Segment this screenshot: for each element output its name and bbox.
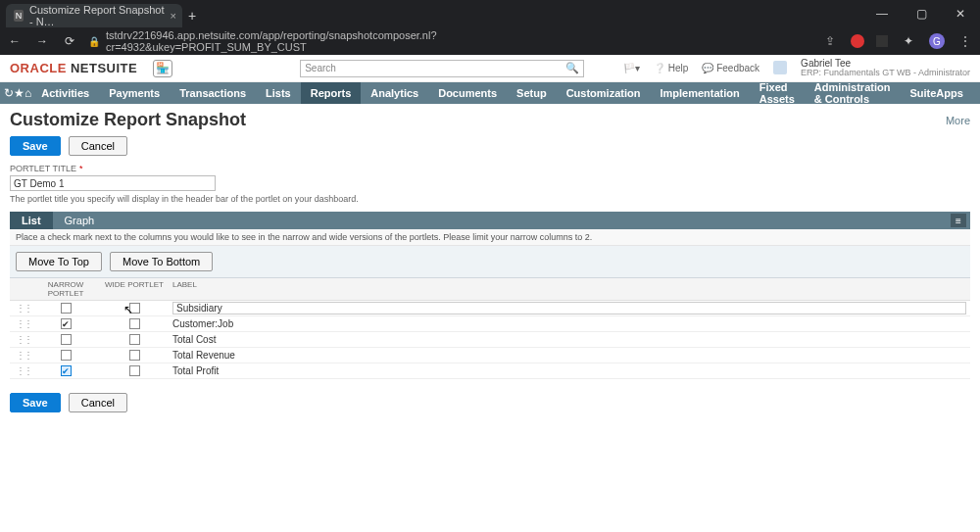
help-link[interactable]: ❔ Help [654, 63, 688, 73]
share-icon[interactable]: ⇪ [821, 32, 839, 50]
more-link[interactable]: More [946, 115, 970, 126]
back-button[interactable]: ← [6, 32, 24, 50]
star-icon[interactable]: ★ [14, 82, 24, 104]
oracle-netsuite-logo: ORACLE NETSUITE [10, 61, 137, 75]
drag-handle-icon[interactable]: ⋮⋮ [16, 318, 31, 329]
reload-button[interactable]: ⟳ [61, 32, 78, 50]
cancel-button-bottom[interactable]: Cancel [69, 393, 127, 412]
col-head-narrow: NARROW PORTLET [31, 280, 100, 298]
drag-handle-icon[interactable]: ⋮⋮ [16, 303, 31, 314]
window-close[interactable]: ✕ [941, 0, 980, 27]
nav-item-lists[interactable]: Lists [256, 82, 301, 104]
app-header: ORACLE NETSUITE 🏪 Search 🔍 🏳️▾ ❔ Help 💬 … [0, 55, 980, 82]
portlet-title-help: The portlet title you specify will displ… [10, 194, 970, 204]
nav-item-setup[interactable]: Setup [507, 82, 557, 104]
narrow-checkbox[interactable] [61, 365, 72, 376]
window-controls: — ▢ ✕ [862, 0, 980, 27]
url-text: tstdrv2216946.app.netsuite.com/app/repor… [106, 29, 500, 53]
table-row[interactable]: ⋮⋮Subsidiary [10, 301, 970, 316]
nav-item-fixed-assets[interactable]: Fixed Assets [750, 82, 805, 104]
oracle-word: ORACLE [10, 61, 67, 75]
nav-item-support[interactable]: Support [973, 82, 980, 104]
nav-item-customization[interactable]: Customization [557, 82, 651, 104]
save-button[interactable]: Save [10, 136, 61, 156]
window-minimize[interactable]: — [862, 0, 902, 27]
portlet-title-label: PORTLET TITLE* [10, 164, 970, 173]
narrow-checkbox[interactable] [61, 303, 72, 314]
narrow-checkbox[interactable] [61, 334, 72, 345]
tab-list[interactable]: List [10, 212, 53, 229]
avatar-icon[interactable]: G [929, 33, 945, 49]
drag-handle-icon[interactable]: ⋮⋮ [16, 350, 31, 361]
table-row[interactable]: ⋮⋮Total Cost [10, 332, 970, 348]
table-row[interactable]: ⋮⋮Total Revenue [10, 348, 970, 363]
table-row[interactable]: ⋮⋮Customer:Job [10, 316, 970, 332]
page-title: Customize Report Snapshot [10, 110, 246, 130]
row-label: Total Profit [169, 365, 970, 376]
drag-handle-icon[interactable]: ⋮⋮ [16, 334, 31, 345]
save-button-bottom[interactable]: Save [10, 393, 61, 412]
move-to-top-button[interactable]: Move To Top [16, 252, 102, 271]
tab-title: Customize Report Snapshot - N… [29, 4, 165, 27]
narrow-checkbox[interactable] [61, 318, 72, 329]
forward-button[interactable]: → [33, 32, 51, 50]
address-bar[interactable]: 🔒 tstdrv2216946.app.netsuite.com/app/rep… [88, 29, 500, 53]
table-row[interactable]: ⋮⋮Total Profit [10, 363, 970, 379]
nav-item-analytics[interactable]: Analytics [361, 82, 428, 104]
nav-item-implementation[interactable]: Implementation [650, 82, 749, 104]
ext-icon-1[interactable] [851, 34, 864, 48]
feedback-link[interactable]: 💬 Feedback [702, 63, 760, 73]
home-icon[interactable]: ⌂ [24, 82, 31, 104]
wide-checkbox[interactable] [129, 365, 140, 376]
role-switcher-icon[interactable]: 🏪 [153, 60, 172, 77]
browser-tab-active[interactable]: N Customize Report Snapshot - N… × [6, 4, 182, 27]
nav-item-transactions[interactable]: Transactions [170, 82, 256, 104]
nav-item-suiteapps[interactable]: SuiteApps [900, 82, 972, 104]
user-role-block[interactable]: Gabriel Tee ERP: Fundamentals GT WB - Ad… [801, 58, 970, 78]
drag-handle-icon[interactable]: ⋮⋮ [16, 365, 31, 376]
nav-item-payments[interactable]: Payments [99, 82, 170, 104]
tab-graph[interactable]: Graph [53, 212, 107, 229]
tab-favicon: N [14, 10, 24, 22]
portlet-title-input[interactable] [10, 175, 216, 191]
window-maximize[interactable]: ▢ [902, 0, 941, 27]
tab-close-icon[interactable]: × [171, 10, 176, 22]
subsidiary-picker-icon[interactable]: 🏳️▾ [623, 63, 640, 73]
chrome-menu-icon[interactable]: ⋮ [956, 32, 974, 50]
col-head-label: LABEL [169, 280, 970, 298]
browser-chrome: N Customize Report Snapshot - N… × + — ▢… [0, 0, 980, 55]
tab-menu-icon[interactable]: ≡ [951, 214, 966, 227]
row-label: Total Revenue [169, 350, 970, 361]
narrow-checkbox[interactable] [61, 350, 72, 361]
global-search[interactable]: Search 🔍 [300, 60, 584, 77]
user-role: ERP: Fundamentals GT WB - Administrator [801, 69, 970, 78]
wide-checkbox[interactable] [129, 318, 140, 329]
col-head-wide: WIDE PORTLET [100, 280, 169, 298]
nav-item-documents[interactable]: Documents [428, 82, 507, 104]
wide-checkbox[interactable] [129, 350, 140, 361]
row-label: Total Cost [169, 334, 970, 345]
new-tab-button[interactable]: + [188, 8, 196, 24]
column-headers: NARROW PORTLET WIDE PORTLET LABEL [10, 278, 970, 301]
nav-item-administration-controls[interactable]: Administration & Controls [805, 82, 901, 104]
cancel-button[interactable]: Cancel [69, 136, 127, 156]
row-label: Customer:Job [169, 318, 970, 329]
wide-checkbox[interactable] [129, 303, 140, 314]
wide-checkbox[interactable] [129, 334, 140, 345]
user-avatar[interactable] [773, 61, 787, 74]
search-icon: 🔍 [565, 62, 579, 74]
sub-tab-bar: List Graph ≡ [10, 212, 970, 229]
list-toolbar: Move To Top Move To Bottom [10, 246, 970, 278]
lock-icon: 🔒 [88, 36, 100, 47]
nav-item-reports[interactable]: Reports [301, 82, 362, 104]
main-nav: ↻ ★ ⌂ ActivitiesPaymentsTransactionsList… [0, 82, 980, 104]
ext-icon-2[interactable] [876, 35, 888, 47]
extensions-icon[interactable]: ✦ [900, 32, 917, 50]
list-instructions: Place a check mark next to the columns y… [10, 229, 970, 246]
netsuite-word: NETSUITE [71, 61, 137, 75]
row-label-input[interactable]: Subsidiary [172, 302, 966, 314]
recent-icon[interactable]: ↻ [4, 82, 14, 104]
nav-item-activities[interactable]: Activities [31, 82, 99, 104]
search-placeholder: Search [305, 63, 336, 73]
move-to-bottom-button[interactable]: Move To Bottom [110, 252, 213, 271]
